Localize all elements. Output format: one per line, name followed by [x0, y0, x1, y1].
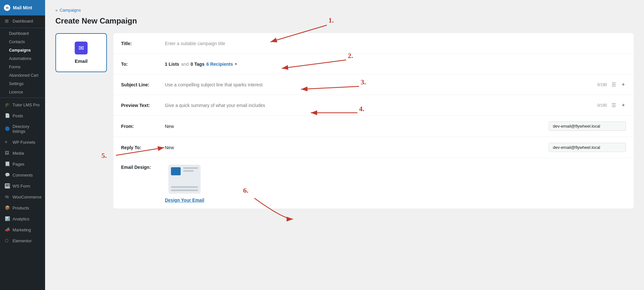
elementor-icon: ⬡	[5, 238, 10, 243]
from-name: New	[165, 124, 544, 129]
sidebar-item-label: WP Funnels	[13, 140, 35, 145]
reply-to-label: Reply To:	[121, 145, 160, 150]
preview-template-btn[interactable]: ☰	[611, 102, 617, 109]
page-wrapper: « Campaigns Create New Campaign ✉ Email …	[45, 0, 644, 290]
sidebar-item-label: Media	[13, 151, 24, 156]
subject-row: Subject Line: 0/190 ☰ ✦	[113, 74, 634, 95]
email-type-label: Email	[75, 58, 88, 64]
sidebar-item-wp-dashboard[interactable]: ⊞ Dashboard	[0, 15, 45, 26]
preview-text-row: Preview Text: 0/190 ☰ ✦	[113, 95, 634, 116]
thumb-line-1	[183, 167, 198, 169]
sidebar-item-label: Posts	[13, 113, 23, 118]
sidebar-item-directory-listings[interactable]: 🔵 Directory listings	[0, 121, 45, 137]
comments-icon: 💬	[5, 172, 10, 178]
sidebar-divider-1	[0, 28, 45, 28]
sidebar-item-label: Dashboard	[13, 19, 33, 24]
sidebar-item-marketing[interactable]: 📣 Marketing	[0, 224, 45, 235]
thumb-lines	[183, 167, 198, 173]
sidebar-item-wp-funnels[interactable]: ≡ WP Funnels	[0, 137, 45, 148]
subject-char-count: 0/190	[597, 82, 607, 87]
recipients-dropdown-icon[interactable]: ▾	[235, 62, 237, 66]
title-value	[165, 41, 626, 46]
title-input[interactable]	[165, 41, 626, 46]
design-placeholder: Design Your Email	[165, 165, 204, 203]
sidebar-sub-dashboard[interactable]: Dashboard	[0, 29, 45, 38]
subject-template-btn[interactable]: ☰	[611, 81, 617, 88]
subject-input-wrap	[165, 82, 593, 88]
sidebar-item-label: Tutor LMS Pro	[13, 102, 40, 107]
sidebar-item-ws-form[interactable]: WS WS Form	[0, 180, 45, 191]
tutor-lms-icon: 🎓	[5, 102, 10, 107]
sidebar-sub-forms[interactable]: Forms	[0, 63, 45, 71]
sidebar-sub-contacts[interactable]: Contacts	[0, 38, 45, 46]
sidebar-item-tutor-lms[interactable]: 🎓 Tutor LMS Pro	[0, 99, 45, 110]
breadcrumb-parent[interactable]: Campaigns	[60, 8, 81, 13]
from-label: From:	[121, 124, 160, 129]
sidebar-sub-settings[interactable]: Settings	[0, 80, 45, 88]
wp-funnels-icon: ≡	[5, 140, 10, 145]
email-design-row: Email Design: Design Your Email	[113, 158, 634, 208]
from-email: dev-email@flywheel.local	[549, 121, 626, 131]
reply-to-name: New	[165, 145, 544, 150]
design-thumbnail	[168, 165, 201, 194]
woocommerce-icon: 🛍	[5, 194, 10, 199]
breadcrumb: « Campaigns	[55, 8, 634, 13]
to-label: To:	[121, 62, 160, 67]
page-title: Create New Campaign	[55, 16, 634, 25]
sidebar-item-pages[interactable]: 📃 Pages	[0, 159, 45, 169]
campaign-form-wrapper: ✉ Email Title: To: 1 Lists and	[55, 33, 634, 208]
sidebar: ✉ Mail Mint ⊞ Dashboard Dashboard Contac…	[0, 0, 45, 290]
preview-ai-btn[interactable]: ✦	[620, 102, 626, 109]
thumb-line-4	[171, 189, 198, 191]
thumb-line-3	[171, 186, 198, 188]
sidebar-item-products[interactable]: 📦 Products	[0, 202, 45, 213]
to-value[interactable]: 1 Lists and 0 Tags 6 Recipients ▾	[165, 62, 626, 67]
design-your-email-link[interactable]: Design Your Email	[165, 198, 204, 203]
preview-char-count: 0/190	[597, 103, 607, 108]
media-icon: 🖼	[5, 150, 10, 156]
sidebar-item-label: WooCommerce	[13, 195, 42, 199]
sidebar-brand[interactable]: ✉ Mail Mint	[0, 0, 45, 15]
sidebar-item-comments[interactable]: 💬 Comments	[0, 169, 45, 180]
email-type-icon: ✉	[75, 42, 88, 54]
sidebar-item-label: Comments	[13, 173, 33, 178]
marketing-icon: 📣	[5, 227, 10, 232]
sidebar-item-woocommerce[interactable]: 🛍 WooCommerce	[0, 191, 45, 202]
sidebar-sub-abandoned-cart[interactable]: Abandoned Cart	[0, 71, 45, 80]
sidebar-item-label: Analytics	[13, 217, 29, 221]
dashboard-icon: ⊞	[5, 18, 10, 24]
subject-ai-btn[interactable]: ✦	[620, 81, 626, 88]
content-area: « Campaigns Create New Campaign ✉ Email …	[45, 0, 644, 290]
sidebar-item-posts[interactable]: 📄 Posts	[0, 110, 45, 121]
sidebar-sub-automations[interactable]: Automations	[0, 54, 45, 63]
sidebar-item-label: Elementor	[13, 238, 32, 243]
title-row: Title:	[113, 33, 634, 54]
directory-icon: 🔵	[5, 126, 10, 131]
form-fields: Title: To: 1 Lists and 0 Tags 6 Recipien…	[113, 33, 634, 208]
ws-form-icon: WS	[5, 183, 10, 188]
analytics-icon: 📊	[5, 216, 10, 221]
from-row: From: New dev-email@flywheel.local	[113, 116, 634, 137]
to-and: and	[181, 62, 188, 67]
sidebar-item-label: Products	[13, 206, 29, 210]
sidebar-sub-campaigns[interactable]: Campaigns	[0, 46, 45, 54]
title-label: Title:	[121, 41, 160, 46]
sidebar-item-elementor[interactable]: ⬡ Elementor	[0, 235, 45, 246]
preview-label: Preview Text:	[121, 103, 160, 108]
preview-input[interactable]	[165, 103, 593, 108]
subject-input[interactable]	[165, 82, 593, 87]
products-icon: 📦	[5, 205, 10, 210]
to-tags: 0 Tags	[191, 62, 204, 67]
to-recipients[interactable]: 6 Recipients	[206, 62, 233, 67]
sidebar-item-analytics[interactable]: 📊 Analytics	[0, 213, 45, 224]
preview-input-wrap	[165, 102, 593, 108]
thumb-line-2	[183, 170, 194, 172]
to-row: To: 1 Lists and 0 Tags 6 Recipients ▾	[113, 54, 634, 74]
sidebar-item-media[interactable]: 🖼 Media	[0, 148, 45, 159]
thumb-blue-block	[171, 167, 181, 175]
reply-to-email: dev-email@flywheel.local	[549, 143, 626, 152]
sidebar-divider-2	[0, 98, 45, 98]
sidebar-item-label: Pages	[13, 162, 24, 167]
email-type-card[interactable]: ✉ Email	[55, 33, 107, 72]
sidebar-sub-licence[interactable]: Licence	[0, 88, 45, 96]
